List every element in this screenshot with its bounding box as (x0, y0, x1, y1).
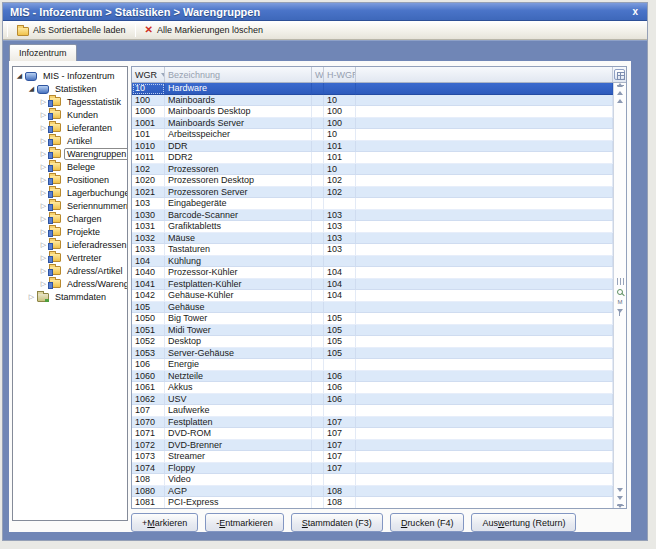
table-row[interactable]: 10Hardware (132, 83, 613, 95)
column-header-h-wgr[interactable]: H-WGR (324, 67, 356, 82)
tree-item-lieferadressen[interactable]: ▷Lieferadressen (13, 238, 127, 251)
report-button[interactable]: Auswertung (Return) (471, 513, 576, 532)
column-header-w[interactable]: W (312, 67, 324, 82)
toolbar-button-clear-all-marks[interactable]: ✕Alle Markierungen löschen (140, 22, 268, 39)
table-row[interactable]: 107Laufwerke (132, 405, 613, 417)
table-row[interactable]: 1080AGP108 (132, 486, 613, 498)
table-row[interactable]: 1053Server-Gehäuse105 (132, 348, 613, 360)
expand-arrow-icon[interactable]: ▷ (39, 121, 48, 134)
table-row[interactable]: 105Gehäuse (132, 302, 613, 314)
tree-item-adress-warengruppen[interactable]: ▷Adress/Warengruppen (13, 277, 127, 290)
table-row[interactable]: 1042Gehäuse-Kühler104 (132, 290, 613, 302)
tree-item-chargen[interactable]: ▷Chargen (13, 212, 127, 225)
column-chooser-icon[interactable] (614, 69, 625, 80)
table-row[interactable]: 1031Grafiktabletts103 (132, 221, 613, 233)
cell-w (312, 187, 324, 199)
expand-arrow-icon[interactable]: ▷ (39, 199, 48, 212)
scroll-down-icon[interactable] (617, 488, 623, 492)
collapse-arrow-icon[interactable]: ◢ (15, 69, 24, 82)
table-row[interactable]: 1000Mainboards Desktop100 (132, 106, 613, 118)
tree-item-vertreter[interactable]: ▷Vertreter (13, 251, 127, 264)
column-grip-icon[interactable] (617, 278, 624, 285)
scroll-page-up-icon[interactable] (617, 91, 623, 95)
tree-item-projekte[interactable]: ▷Projekte (13, 225, 127, 238)
table-row[interactable]: 1021Prozessoren Server102 (132, 187, 613, 199)
table-row[interactable]: 1033Tastaturen103 (132, 244, 613, 256)
expand-arrow-icon[interactable]: ▷ (39, 251, 48, 264)
table-row[interactable]: 100Mainboards10 (132, 95, 613, 107)
search-icon[interactable] (617, 289, 623, 295)
collapse-arrow-icon[interactable]: ◢ (27, 82, 36, 95)
table-row[interactable]: 1052Desktop105 (132, 336, 613, 348)
expand-arrow-icon[interactable]: ▷ (39, 108, 48, 121)
table-row[interactable]: 1072DVD-Brenner107 (132, 440, 613, 452)
table-row[interactable]: 1040Prozessor-Kühler104 (132, 267, 613, 279)
table-row[interactable]: 1011DDR2101 (132, 152, 613, 164)
table-row[interactable]: 1062USV106 (132, 394, 613, 406)
cell-h-wgr: 104 (324, 267, 356, 279)
tree-item-warengruppen[interactable]: ▷Warengruppen (13, 147, 127, 160)
mark-icon[interactable]: M (618, 299, 623, 305)
table-row[interactable]: 1071DVD-ROM107 (132, 428, 613, 440)
scroll-up-icon[interactable] (617, 99, 623, 103)
table-row[interactable]: 1070Festplatten107 (132, 417, 613, 429)
table-row[interactable]: 108Video (132, 474, 613, 486)
table-row[interactable]: 1050Big Tower105 (132, 313, 613, 325)
stammdaten-button[interactable]: Stammdaten (F3) (291, 513, 383, 532)
table-row[interactable]: 1032Mäuse103 (132, 233, 613, 245)
tree-item-belege[interactable]: ▷Belege (13, 160, 127, 173)
table-row[interactable]: 106Energie (132, 359, 613, 371)
tree-item-mis-infozentrum[interactable]: ◢MIS - Infozentrum (13, 69, 127, 82)
column-header-bezeichnung[interactable]: Bezeichnung (165, 67, 312, 82)
toolbar-button-load-sort-table[interactable]: Als Sortiertabelle laden (12, 22, 131, 39)
table-row[interactable]: 1041Festplatten-Kühler104 (132, 279, 613, 291)
expand-arrow-icon[interactable]: ▷ (39, 160, 48, 173)
expand-arrow-icon[interactable]: ▷ (39, 238, 48, 251)
tree-item-adress-artikel[interactable]: ▷Adress/Artikel (13, 264, 127, 277)
table-row[interactable]: 1060Netzteile106 (132, 371, 613, 383)
tab-infozentrum[interactable]: Infozentrum (9, 44, 77, 61)
tree-item-seriennummern[interactable]: ▷Seriennummern (13, 199, 127, 212)
expand-arrow-icon[interactable]: ▷ (39, 225, 48, 238)
table-row[interactable]: 102Prozessoren10 (132, 164, 613, 176)
table-row[interactable]: 1074Floppy107 (132, 463, 613, 475)
table-row[interactable]: 101Arbeitsspeicher10 (132, 129, 613, 141)
expand-arrow-icon[interactable]: ▷ (39, 264, 48, 277)
table-row[interactable]: 1010DDR101 (132, 141, 613, 153)
tree-item-artikel[interactable]: ▷Artikel (13, 134, 127, 147)
table-row[interactable]: 1061Akkus106 (132, 382, 613, 394)
tree-item-statistiken[interactable]: ◢Statistiken (13, 82, 127, 95)
expand-arrow-icon[interactable]: ▷ (39, 173, 48, 186)
close-icon[interactable]: x (630, 7, 640, 17)
expand-arrow-icon[interactable]: ▷ (39, 147, 48, 160)
scroll-page-down-icon[interactable] (617, 496, 623, 500)
table-row[interactable]: 1030Barcode-Scanner103 (132, 210, 613, 222)
tree-item-lagerbuchungen[interactable]: ▷Lagerbuchungen (13, 186, 127, 199)
table-row[interactable]: 104Kühlung (132, 256, 613, 268)
table-row[interactable]: 1081PCI-Express108 (132, 497, 613, 508)
table-row[interactable]: 103Eingabegeräte (132, 198, 613, 210)
tree-item-stammdaten[interactable]: ▷Stammdaten (13, 290, 127, 303)
scroll-to-bottom-icon[interactable] (617, 504, 624, 506)
table-row[interactable]: 1051Midi Tower105 (132, 325, 613, 337)
column-header-wgr[interactable]: WGR (132, 67, 165, 82)
unmark-button[interactable]: - Entmarkieren (205, 513, 284, 532)
table-row[interactable]: 1073Streamer107 (132, 451, 613, 463)
mark-button[interactable]: + Markieren (131, 513, 198, 532)
table-row[interactable]: 1020Prozessoren Desktop102 (132, 175, 613, 187)
expand-arrow-icon[interactable]: ▷ (27, 290, 36, 303)
scroll-to-top-icon[interactable] (617, 85, 624, 87)
expand-arrow-icon[interactable]: ▷ (39, 134, 48, 147)
tree-item-tagesstatistik[interactable]: ▷Tagesstatistik (13, 95, 127, 108)
expand-arrow-icon[interactable]: ▷ (39, 212, 48, 225)
expand-arrow-icon[interactable]: ▷ (39, 95, 48, 108)
expand-arrow-icon[interactable]: ▷ (39, 186, 48, 199)
cell-h-wgr: 100 (324, 118, 356, 130)
print-button[interactable]: Drucken (F4) (390, 513, 465, 532)
expand-arrow-icon[interactable]: ▷ (39, 277, 48, 290)
filter-icon[interactable] (617, 309, 623, 313)
tree-item-positionen[interactable]: ▷Positionen (13, 173, 127, 186)
tree-item-lieferanten[interactable]: ▷Lieferanten (13, 121, 127, 134)
tree-item-kunden[interactable]: ▷Kunden (13, 108, 127, 121)
table-row[interactable]: 1001Mainboards Server100 (132, 118, 613, 130)
